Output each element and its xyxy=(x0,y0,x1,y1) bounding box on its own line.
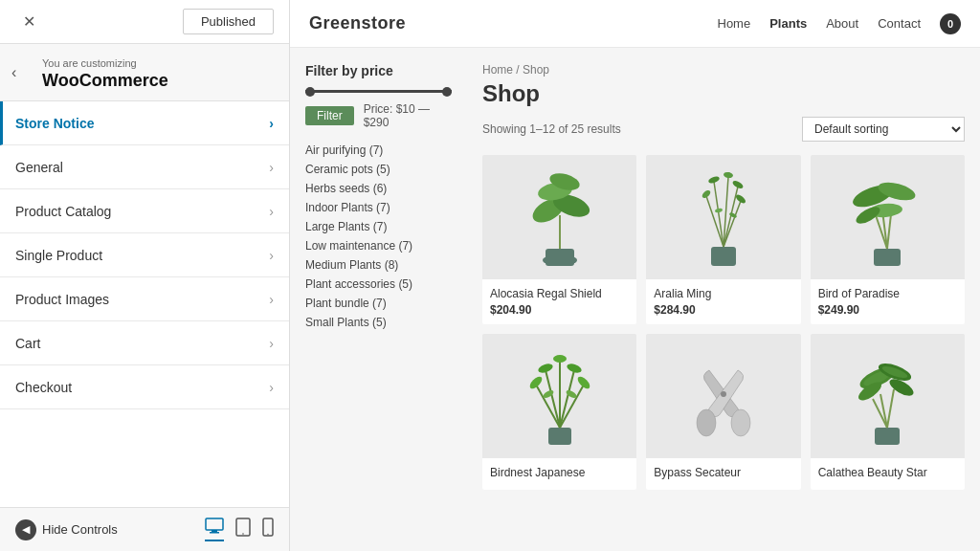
svg-line-15 xyxy=(714,182,724,247)
product-price-3: $249.90 xyxy=(818,303,957,317)
product-info-2: Aralia Ming $284.90 xyxy=(646,279,800,324)
svg-point-21 xyxy=(724,171,734,179)
svg-rect-27 xyxy=(874,249,901,266)
svg-point-48 xyxy=(697,409,716,436)
product-card-1[interactable]: Alocasia Regal Shield $204.90 xyxy=(482,155,636,324)
customizing-title: WooCommerce xyxy=(42,71,274,91)
product-image-4 xyxy=(482,334,636,458)
slider-fill xyxy=(305,90,452,93)
shop-layout: Filter by price Filter Price: $10 — $290… xyxy=(290,48,980,505)
list-item[interactable]: Small Plants (5) xyxy=(305,313,452,332)
nav-link-home[interactable]: Home xyxy=(718,16,751,31)
sorting-select[interactable]: Default sorting Sort by popularity Sort … xyxy=(802,117,965,142)
store-nav-links: Home Plants About Contact 0 xyxy=(718,13,962,34)
nav-item-cart[interactable]: Cart › xyxy=(0,321,289,365)
slider-handle-left[interactable] xyxy=(305,87,315,97)
chevron-right-icon: › xyxy=(269,248,274,263)
list-item[interactable]: Herbs seeds (6) xyxy=(305,179,452,198)
product-card-2[interactable]: Aralia Ming $284.90 xyxy=(646,155,800,324)
nav-link-plants[interactable]: Plants xyxy=(769,16,807,31)
hide-controls-label: Hide Controls xyxy=(42,522,118,537)
product-name-6: Calathea Beauty Star xyxy=(818,466,957,479)
svg-line-40 xyxy=(560,385,584,428)
products-grid: Alocasia Regal Shield $204.90 xyxy=(482,155,965,490)
svg-rect-51 xyxy=(875,428,900,445)
nav-item-store-notice[interactable]: Store Notice › xyxy=(0,101,289,145)
nav-item-label: General xyxy=(15,160,63,175)
filter-sidebar: Filter by price Filter Price: $10 — $290… xyxy=(290,48,467,505)
store-navbar: Greenstore Home Plants About Contact 0 xyxy=(290,0,980,48)
product-price-2: $284.90 xyxy=(654,303,792,317)
product-card-3[interactable]: Bird of Paradise $249.90 xyxy=(811,155,965,324)
nav-item-label: Store Notice xyxy=(15,116,94,131)
svg-line-36 xyxy=(536,385,560,428)
published-button[interactable]: Published xyxy=(183,9,274,34)
desktop-icon[interactable] xyxy=(205,518,224,541)
product-image-3 xyxy=(811,155,965,279)
nav-item-label: Cart xyxy=(15,336,40,351)
list-item[interactable]: Plant bundle (7) xyxy=(305,294,452,313)
chevron-right-icon: › xyxy=(269,160,274,175)
svg-point-4 xyxy=(242,533,244,535)
category-list: Air purifying (7) Ceramic pots (5) Herbs… xyxy=(305,141,452,332)
chevron-right-icon: › xyxy=(269,336,274,351)
hide-controls-button[interactable]: ◀ Hide Controls xyxy=(15,519,118,540)
nav-item-single-product[interactable]: Single Product › xyxy=(0,233,289,277)
cart-icon[interactable]: 0 xyxy=(940,13,961,34)
product-card-6[interactable]: Calathea Beauty Star xyxy=(811,334,965,490)
nav-item-product-catalog[interactable]: Product Catalog › xyxy=(0,189,289,233)
chevron-right-icon: › xyxy=(269,380,274,395)
price-slider[interactable] xyxy=(305,90,452,93)
mobile-icon[interactable] xyxy=(262,518,274,541)
product-name-1: Alocasia Regal Shield xyxy=(490,287,629,300)
product-image-2 xyxy=(646,155,800,279)
nav-item-label: Single Product xyxy=(15,248,102,263)
product-info-6: Calathea Beauty Star xyxy=(811,458,965,490)
price-range-text: Price: $10 — $290 xyxy=(364,102,452,129)
close-button[interactable]: ✕ xyxy=(15,9,42,35)
svg-rect-8 xyxy=(546,249,574,266)
product-price-1: $204.90 xyxy=(490,303,629,317)
product-info-3: Bird of Paradise $249.90 xyxy=(811,279,965,324)
customizing-label: You are customizing xyxy=(42,57,274,69)
svg-point-6 xyxy=(267,534,268,535)
svg-point-45 xyxy=(575,374,591,390)
svg-line-18 xyxy=(706,196,724,247)
nav-item-label: Product Images xyxy=(15,292,109,307)
list-item[interactable]: Ceramic pots (5) xyxy=(305,160,452,179)
product-card-5[interactable]: Bypass Secateur xyxy=(646,334,800,490)
list-item[interactable]: Air purifying (7) xyxy=(305,141,452,160)
tablet-icon[interactable] xyxy=(235,518,251,541)
slider-bar xyxy=(305,90,452,93)
product-card-4[interactable]: Birdnest Japanese xyxy=(482,334,636,490)
store-logo: Greenstore xyxy=(309,13,406,33)
list-item[interactable]: Plant accessories (5) xyxy=(305,275,452,294)
shop-meta-row: Showing 1–12 of 25 results Default sorti… xyxy=(482,117,965,142)
nav-item-checkout[interactable]: Checkout › xyxy=(0,365,289,409)
product-info-1: Alocasia Regal Shield $204.90 xyxy=(482,279,636,324)
list-item[interactable]: Medium Plants (8) xyxy=(305,255,452,275)
list-item[interactable]: Large Plants (7) xyxy=(305,217,452,236)
nav-link-contact[interactable]: Contact xyxy=(878,16,921,31)
back-arrow-button[interactable]: ‹ xyxy=(11,64,16,81)
product-name-5: Bypass Secateur xyxy=(654,466,792,479)
nav-link-about[interactable]: About xyxy=(826,16,858,31)
customizing-header: ‹ You are customizing WooCommerce xyxy=(0,44,289,101)
filter-button[interactable]: Filter xyxy=(305,106,354,125)
svg-rect-5 xyxy=(263,518,273,536)
svg-line-37 xyxy=(546,370,560,428)
slider-handle-right[interactable] xyxy=(442,87,452,97)
filter-btn-row: Filter Price: $10 — $290 xyxy=(305,102,452,129)
chevron-right-icon: › xyxy=(269,292,274,307)
list-item[interactable]: Indoor Plants (7) xyxy=(305,198,452,217)
device-icons xyxy=(205,518,274,541)
nav-item-product-images[interactable]: Product Images › xyxy=(0,277,289,321)
svg-rect-35 xyxy=(548,428,571,445)
list-item[interactable]: Low maintenance (7) xyxy=(305,236,452,255)
top-bar: ✕ Published xyxy=(0,0,289,44)
product-name-2: Aralia Ming xyxy=(654,287,792,300)
svg-rect-2 xyxy=(210,532,219,534)
hide-controls-arrow-icon: ◀ xyxy=(15,519,36,540)
nav-item-general[interactable]: General › xyxy=(0,145,289,189)
product-info-4: Birdnest Japanese xyxy=(482,458,636,490)
